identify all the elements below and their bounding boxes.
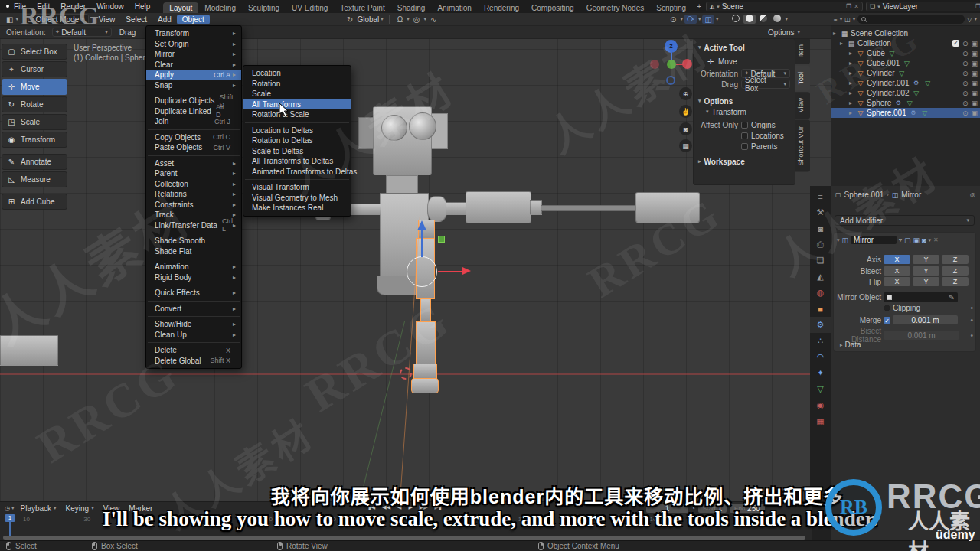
bisect-x-button[interactable]: X [884, 266, 910, 276]
robot-eye-left[interactable] [381, 115, 407, 141]
object-menu-item[interactable]: Collection [146, 179, 241, 190]
properties-tab-icon[interactable]: ▽ [810, 381, 831, 397]
gizmo-z-axis[interactable] [421, 230, 423, 257]
properties-tab-icon[interactable]: ▦ [810, 413, 831, 429]
properties-tab-icon[interactable]: ◠ [810, 349, 831, 365]
object-menu-item[interactable]: Clear [146, 60, 241, 70]
data-section-header[interactable]: Data [845, 341, 861, 349]
tool-button[interactable]: ✎ Annotate [2, 154, 67, 170]
tool-button[interactable]: ↻ Rotate [2, 96, 67, 112]
sidebar-tab[interactable]: View [795, 92, 810, 119]
workspace-tab[interactable]: UV Editing [286, 2, 334, 13]
realtime-toggle-icon[interactable]: ▢ [904, 236, 911, 244]
disclosure-arrow[interactable]: ▸ [840, 40, 847, 47]
tool-button[interactable]: ⌖ Cursor [2, 61, 67, 77]
shading-solid-icon[interactable] [743, 15, 756, 24]
outliner-editor-icon[interactable]: ≡ [834, 16, 838, 23]
properties-tab-icon[interactable]: ◙ [810, 220, 831, 236]
workspace-tab[interactable]: Rendering [478, 2, 525, 13]
ortho-grid-icon[interactable]: ▦ [679, 139, 692, 152]
outliner-row[interactable]: ▸ ▦ ▤ ▽ Cube.001 ⚙ ▽ ✓ ⊙ ▣ [831, 58, 980, 68]
selected-leg-mid[interactable] [420, 298, 431, 322]
options-header[interactable]: Options [704, 97, 733, 106]
tool-button[interactable]: ✛ Move [2, 79, 67, 95]
workspace-tab[interactable]: Compositing [525, 2, 580, 13]
collection-checkbox[interactable]: ✓ [952, 40, 959, 47]
origins-checkbox[interactable] [741, 122, 748, 129]
object-menu-item[interactable]: Link/Transfer Data Ctrl L [146, 220, 241, 231]
object-menu-item[interactable] [146, 153, 241, 158]
robot-rod-right[interactable] [541, 205, 637, 211]
robot-hand-right[interactable] [635, 192, 700, 223]
hide-eye-icon[interactable]: ⊙ [962, 80, 969, 87]
hide-eye-icon[interactable]: ⊙ [962, 60, 969, 67]
camera-view-icon[interactable]: ◙ [679, 122, 692, 135]
timeline-scrollbar[interactable] [3, 536, 805, 540]
proportional-editing-icon[interactable]: ◎ [411, 15, 423, 24]
axis-x-button[interactable]: X [884, 255, 910, 264]
object-menu-item[interactable]: Animation [146, 262, 241, 272]
object-menu-item[interactable]: Show/Hide [146, 319, 241, 330]
disable-render-camera-icon[interactable]: ▣ [971, 109, 978, 117]
sidebar-tab[interactable]: Shortcut VUr [795, 120, 810, 172]
outliner-search-input[interactable] [858, 15, 965, 24]
object-menu-item[interactable]: Quick Effects [146, 288, 241, 298]
hide-eye-icon[interactable]: ⊙ [962, 90, 969, 97]
add-workspace-button[interactable]: + [692, 2, 706, 11]
workspace-header[interactable]: Workspace [704, 158, 745, 166]
robot-shoulder-right[interactable] [427, 196, 447, 222]
object-menu-item[interactable]: Delete Global Shift X [146, 356, 241, 367]
modifier-name-field[interactable]: Mirror [851, 236, 897, 244]
nav-x-ball[interactable] [682, 59, 692, 69]
object-menu-item[interactable]: Shade Smooth [146, 236, 241, 246]
options-button[interactable]: Options▾ [768, 28, 800, 37]
workspace-tab[interactable]: Shading [391, 2, 432, 13]
outliner-row[interactable]: ▸ ▦ ▤ ▽ Cube ⚙ ▽ ✓ ⊙ ▣ [831, 48, 980, 58]
object-menu-item[interactable]: Duplicate Linked Alt D [146, 106, 241, 117]
properties-tab-icon[interactable]: ∴ [810, 333, 831, 349]
properties-tab-icon[interactable]: ■ [810, 301, 831, 317]
apply-menu-item[interactable]: Visual Geometry to Mesh [243, 193, 351, 204]
robot-arm-piece-left-edge[interactable] [0, 335, 58, 366]
nav-center-ball[interactable] [667, 60, 676, 69]
proportional-falloff-icon[interactable]: ∿ [428, 15, 439, 24]
object-menu-item[interactable]: Join Ctrl J [146, 116, 241, 127]
properties-tab-icon[interactable]: ◉ [810, 397, 831, 413]
orientation-dropdown[interactable]: Global [357, 15, 379, 24]
object-menu-item[interactable] [146, 298, 241, 304]
gizmo-x-axis[interactable] [438, 271, 463, 272]
outliner-row[interactable]: ▸ ▦ ▤ ▽ Cylinder.001 ⚙ ▽ ✓ ⊙ ▣ [831, 78, 980, 88]
apply-menu-item[interactable]: Animated Transforms to Deltas [243, 167, 351, 178]
object-menu-item[interactable]: Paste Objects Ctrl V [146, 142, 241, 153]
snap-magnet-icon[interactable]: Ω [395, 15, 405, 24]
object-menu-item[interactable] [146, 314, 241, 319]
disable-render-camera-icon[interactable]: ▣ [971, 40, 978, 47]
apply-menu-item[interactable]: Visual Transform [243, 182, 351, 193]
object-menu-item[interactable] [146, 256, 241, 262]
object-menu-item[interactable]: Transform [146, 28, 241, 39]
delete-modifier-icon[interactable]: ✕ [933, 236, 939, 243]
workspace-tab[interactable]: Layout [163, 2, 198, 13]
apply-menu-item[interactable] [243, 177, 351, 182]
disclosure-arrow[interactable]: ▸ [849, 80, 856, 86]
object-menu-item[interactable]: Clean Up [146, 330, 241, 341]
gizmo-z-arrowhead[interactable] [417, 220, 426, 230]
workspace-tab[interactable]: Geometry Nodes [580, 2, 651, 13]
disable-render-camera-icon[interactable]: ▣ [971, 60, 978, 67]
mirror-object-field[interactable]: ✎ [884, 292, 958, 302]
flip-z-button[interactable]: Z [942, 277, 969, 286]
gizmo-free-move-circle[interactable] [407, 256, 437, 287]
outliner-row[interactable]: ▸ ▦ ▤ ▽ Collection ⚙ ▽ ✓ ⊙ ▣ [831, 38, 980, 48]
edit-mode-toggle-icon[interactable]: ▿ [899, 236, 902, 243]
tool-button[interactable]: ◺ Measure [2, 171, 67, 187]
apply-menu-item[interactable] [243, 120, 351, 126]
overlays-icon[interactable]: ⧂ [684, 15, 697, 24]
workspace-tab[interactable]: Texture Paint [334, 2, 390, 13]
axis-y-button[interactable]: Y [913, 255, 939, 264]
disclosure-arrow[interactable]: ▸ [849, 70, 856, 77]
nav-z-neg-ball[interactable] [666, 76, 675, 85]
object-menu-item[interactable] [146, 127, 241, 132]
tool-button[interactable]: ◳ Scale [2, 114, 67, 130]
bisect-distance-field[interactable]: 0.001 m [884, 331, 959, 340]
disclosure-arrow[interactable]: ▸ [849, 109, 856, 116]
